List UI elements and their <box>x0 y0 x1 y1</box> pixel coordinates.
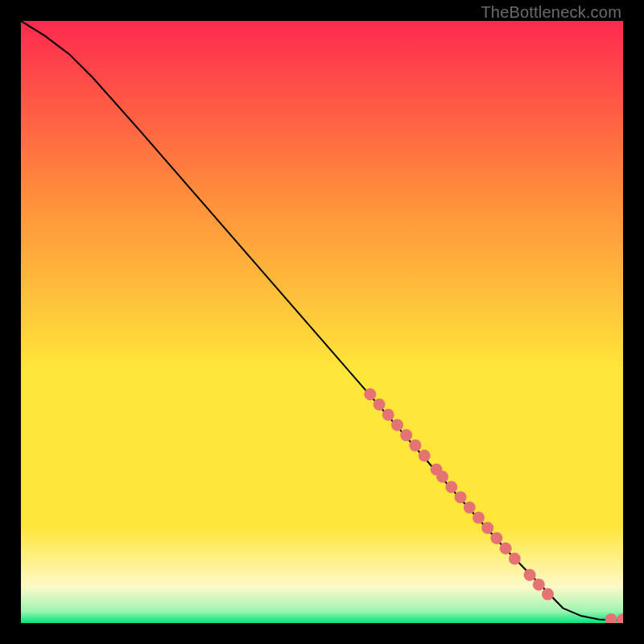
data-marker <box>509 552 521 564</box>
data-marker <box>419 450 431 462</box>
data-marker <box>436 471 448 483</box>
curve-markers <box>364 388 623 623</box>
bottleneck-curve <box>21 21 623 620</box>
data-marker <box>481 522 493 534</box>
data-marker <box>374 398 386 411</box>
data-marker <box>464 502 476 514</box>
chart-stage: TheBottleneck.com <box>0 0 644 644</box>
data-marker <box>391 419 403 431</box>
data-marker <box>524 569 536 581</box>
plot-area <box>21 21 623 623</box>
data-marker <box>409 440 421 452</box>
curve-layer <box>21 21 623 623</box>
data-marker <box>455 491 467 503</box>
data-marker <box>605 613 617 623</box>
data-marker <box>400 429 412 441</box>
data-marker <box>382 409 394 421</box>
data-marker <box>533 579 545 591</box>
watermark-text: TheBottleneck.com <box>481 3 621 22</box>
data-marker <box>364 388 376 400</box>
data-marker <box>500 543 512 555</box>
data-marker <box>445 481 457 493</box>
data-marker <box>542 588 554 601</box>
data-marker <box>617 613 624 623</box>
data-marker <box>490 532 502 544</box>
data-marker <box>473 512 485 524</box>
